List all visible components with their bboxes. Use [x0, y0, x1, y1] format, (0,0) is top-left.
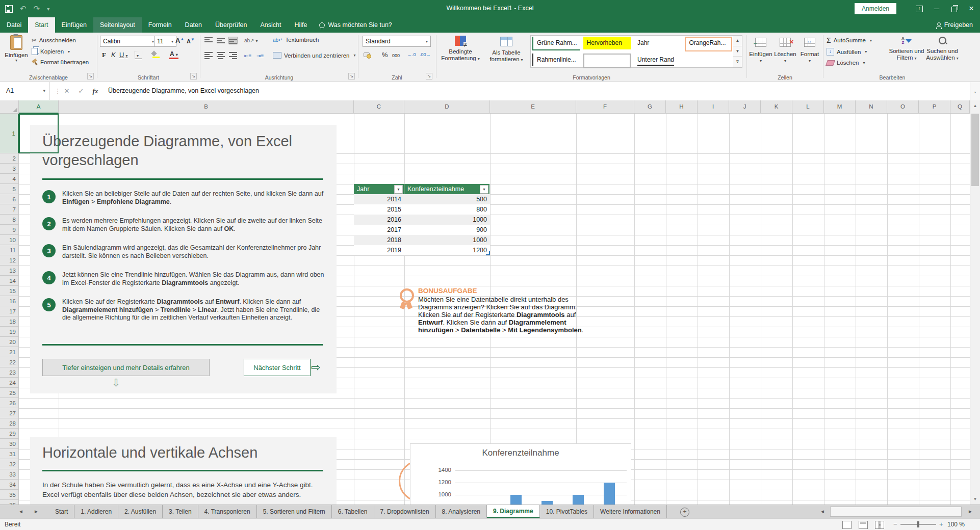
italic-button[interactable]: K: [111, 51, 116, 59]
align-bottom-icon[interactable]: [229, 37, 237, 44]
row-header-16[interactable]: 16: [0, 296, 19, 306]
row-header-12[interactable]: 12: [0, 255, 19, 266]
column-header-A[interactable]: A: [19, 100, 59, 114]
fill-button[interactable]: ↓ Ausfüllen: [827, 48, 867, 56]
column-header-F[interactable]: F: [576, 100, 634, 114]
table-header-jahr[interactable]: Jahr▼: [354, 184, 404, 194]
filter-dropdown-icon[interactable]: ▼: [394, 185, 403, 194]
increase-font-icon[interactable]: A▲: [175, 37, 184, 44]
column-header-M[interactable]: M: [824, 100, 856, 114]
row-header-9[interactable]: 9: [0, 225, 19, 235]
table-header-konferenzteilnahme[interactable]: Konferenzteilnahme▼: [404, 184, 489, 194]
column-header-I[interactable]: I: [698, 100, 729, 114]
increase-indent-icon[interactable]: ⇥≡: [256, 53, 264, 59]
page-break-view-icon[interactable]: [875, 521, 884, 529]
find-select-button[interactable]: Suchen und Auswählen: [924, 37, 960, 62]
format-as-table-button[interactable]: Als Tabelle formatieren: [484, 37, 528, 63]
zoom-out-icon[interactable]: −: [893, 519, 897, 530]
cell-style-item[interactable]: Unterer Rand: [634, 54, 682, 66]
sheet-tab-3-teilen[interactable]: 3. Teilen: [163, 505, 198, 518]
cut-button[interactable]: ✂ Ausschneiden: [32, 37, 76, 44]
ribbon-tab-datei[interactable]: Datei: [0, 17, 28, 33]
name-box[interactable]: A1 ▾: [0, 82, 50, 100]
zoom-slider-thumb[interactable]: [917, 521, 919, 527]
normal-view-icon[interactable]: [842, 521, 852, 529]
page-layout-view-icon[interactable]: [859, 521, 868, 529]
number-format-combo[interactable]: Standard▾: [363, 36, 431, 47]
clear-button[interactable]: Löschen: [827, 60, 865, 66]
row-header-5[interactable]: 5: [0, 184, 19, 194]
borders-icon[interactable]: [135, 51, 142, 59]
align-left-icon[interactable]: [204, 52, 213, 59]
column-header-L[interactable]: L: [792, 100, 824, 114]
ribbon-tab-start[interactable]: Start: [28, 17, 55, 33]
row-header-3[interactable]: 3: [0, 164, 19, 174]
insert-function-icon[interactable]: fx: [89, 82, 102, 100]
sheet-tab-8-analysieren[interactable]: 8. Analysieren: [436, 505, 487, 518]
row-header-36[interactable]: 36: [0, 500, 19, 505]
cell-style-item[interactable]: Jahr: [634, 37, 682, 49]
horizontal-scroll-thumb[interactable]: [830, 507, 962, 517]
row-header-13[interactable]: 13: [0, 266, 19, 276]
align-right-icon[interactable]: [229, 52, 237, 59]
column-header-P[interactable]: P: [919, 100, 950, 114]
row-header-29[interactable]: 29: [0, 429, 19, 439]
row-header-10[interactable]: 10: [0, 235, 19, 245]
zoom-level-label[interactable]: 100 %: [947, 519, 965, 530]
row-header-4[interactable]: 4: [0, 174, 19, 184]
clipboard-dialog-launcher[interactable]: ↘: [87, 73, 94, 80]
customize-qat-icon[interactable]: ▾: [47, 6, 49, 12]
new-sheet-button[interactable]: +: [680, 508, 689, 517]
ribbon-display-options-button[interactable]: ↑: [911, 0, 928, 17]
formula-bar-expand[interactable]: ⌄: [970, 82, 980, 100]
row-header-31[interactable]: 31: [0, 449, 19, 459]
column-header-K[interactable]: K: [761, 100, 792, 114]
row-header-8[interactable]: 8: [0, 215, 19, 225]
row-header-26[interactable]: 26: [0, 398, 19, 408]
sheet-tab-6-tabellen[interactable]: 6. Tabellen: [332, 505, 374, 518]
select-all-corner[interactable]: [0, 100, 19, 114]
row-header-21[interactable]: 21: [0, 347, 19, 357]
redo-icon[interactable]: ↷: [34, 4, 40, 13]
wrap-text-button[interactable]: ab↵ Textumbruch: [273, 37, 319, 43]
ribbon-tab-ansicht[interactable]: Ansicht: [254, 17, 288, 33]
row-header-28[interactable]: 28: [0, 418, 19, 429]
column-header-Q[interactable]: Q: [950, 100, 970, 114]
worksheet-grid[interactable]: ABCDEFGHIJKLMNOPQ 1234567891011121314151…: [0, 100, 970, 505]
column-header-B[interactable]: B: [59, 100, 354, 114]
undo-icon[interactable]: ↶: [20, 4, 27, 13]
row-header-6[interactable]: 6: [0, 194, 19, 204]
format-cells-button[interactable]: ↔ Format ▾: [798, 38, 821, 64]
alignment-dialog-launcher[interactable]: ↘: [348, 73, 355, 80]
align-middle-icon[interactable]: [217, 37, 225, 44]
comma-style-button[interactable]: 000: [392, 53, 400, 58]
row-header-34[interactable]: 34: [0, 480, 19, 490]
column-chart[interactable]: Konferenzteilnahme 140012001000: [410, 443, 631, 505]
column-header-N[interactable]: N: [856, 100, 887, 114]
cell-style-item[interactable]: [685, 54, 733, 66]
close-button[interactable]: ×: [963, 0, 980, 17]
merge-center-button[interactable]: Verbinden und zentrieren: [273, 52, 356, 59]
row-header-14[interactable]: 14: [0, 276, 19, 286]
row-header-15[interactable]: 15: [0, 286, 19, 296]
delete-cells-button[interactable]: ✕ Löschen ▾: [773, 38, 797, 64]
align-center-icon[interactable]: [217, 52, 225, 59]
insert-cells-button[interactable]: ← Einfügen ▾: [749, 38, 772, 64]
row-header-11[interactable]: 11: [0, 245, 19, 255]
row-header-19[interactable]: 19: [0, 327, 19, 337]
row-header-27[interactable]: 27: [0, 408, 19, 418]
column-header-H[interactable]: H: [666, 100, 698, 114]
row-header-22[interactable]: 22: [0, 357, 19, 367]
autosum-button[interactable]: Σ AutoSumme: [827, 36, 872, 44]
accounting-format-icon[interactable]: [364, 52, 371, 59]
conditional-formatting-button[interactable]: Bedingte Formatierung: [439, 36, 482, 62]
number-dialog-launcher[interactable]: ↘: [426, 73, 432, 80]
restore-button[interactable]: [945, 0, 963, 17]
row-header-7[interactable]: 7: [0, 204, 19, 215]
zoom-slider[interactable]: [900, 524, 936, 525]
ribbon-tab--berpr-fen[interactable]: Überprüfen: [209, 17, 254, 33]
sort-filter-button[interactable]: AZ Sortieren und Filtern: [889, 37, 924, 62]
gallery-more[interactable]: ⊽: [733, 57, 742, 67]
next-step-button[interactable]: Nächster Schritt: [244, 359, 311, 376]
cell-style-item[interactable]: OrangeRah...: [685, 37, 733, 51]
